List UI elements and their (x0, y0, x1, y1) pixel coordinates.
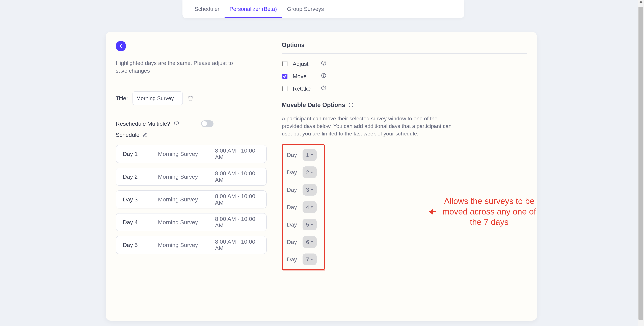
option-retake-help[interactable] (321, 85, 326, 92)
chevron-down-icon (311, 154, 313, 156)
tab-personalizer[interactable]: Personalizer (Beta) (224, 0, 282, 18)
help-icon (174, 120, 179, 126)
day-label: Day (287, 204, 298, 210)
tabs-bar: Scheduler Personalizer (Beta) Group Surv… (182, 0, 464, 18)
tab-label: Group Surveys (287, 6, 324, 12)
annotation-text: Allows the surveys to be moved across an… (442, 196, 537, 227)
options-divider (282, 53, 527, 54)
option-move-row: Move (282, 70, 527, 82)
movable-day-option-row: Day 4 (287, 201, 319, 213)
title-label: Title: (116, 95, 128, 102)
movable-options-heading: Movable Date Options (282, 101, 345, 109)
svg-point-3 (323, 64, 324, 64)
day-select[interactable]: 1 (302, 149, 317, 161)
right-column: Options Adjust Move (282, 41, 527, 312)
plus-circle-icon (348, 102, 354, 108)
tab-label: Personalizer (Beta) (230, 6, 277, 12)
reschedule-toggle[interactable] (201, 120, 214, 127)
movable-options-heading-row: Movable Date Options (282, 101, 527, 109)
day-select-value: 7 (306, 256, 309, 263)
back-button[interactable] (116, 41, 126, 51)
trash-icon (188, 95, 194, 101)
tab-scheduler[interactable]: Scheduler (190, 0, 224, 18)
option-retake-row: Retake (282, 82, 527, 95)
day-label: Day (287, 186, 298, 193)
annotation-arrow (429, 211, 436, 212)
option-adjust-help[interactable] (321, 60, 326, 67)
day-select[interactable]: 4 (302, 201, 317, 213)
svg-point-5 (323, 77, 324, 77)
personalizer-panel: Highlighted days are the same. Please ad… (106, 32, 537, 321)
schedule-row-item[interactable]: Day 1 Morning Survey 8:00 AM - 10:00 AM (116, 145, 267, 163)
svg-point-1 (176, 124, 176, 124)
edit-icon (142, 132, 148, 138)
schedule-time: 8:00 AM - 10:00 AM (215, 216, 260, 229)
day-select-value: 6 (306, 239, 309, 245)
schedule-day-label: Day 1 (123, 151, 148, 157)
movable-day-option-row: Day 6 (287, 236, 319, 248)
day-select[interactable]: 5 (302, 219, 317, 230)
option-move-label: Move (293, 73, 316, 80)
schedule-row-item[interactable]: Day 5 Morning Survey 8:00 AM - 10:00 AM (116, 236, 267, 254)
option-move-checkbox[interactable] (282, 74, 288, 79)
add-movable-day-button[interactable] (348, 102, 354, 108)
schedule-time: 8:00 AM - 10:00 AM (215, 193, 260, 206)
day-select-value: 4 (306, 204, 309, 210)
schedule-row-item[interactable]: Day 2 Morning Survey 8:00 AM - 10:00 AM (116, 167, 267, 186)
chevron-down-icon (311, 189, 313, 190)
day-label: Day (287, 239, 298, 245)
warning-message: Highlighted days are the same. Please ad… (116, 59, 233, 75)
movable-options-description: A participant can move their selected su… (282, 115, 453, 137)
day-select[interactable]: 3 (302, 184, 317, 195)
title-row: Title: (116, 91, 267, 105)
schedule-time: 8:00 AM - 10:00 AM (215, 147, 260, 161)
day-select[interactable]: 2 (302, 166, 317, 178)
day-select[interactable]: 7 (302, 254, 317, 265)
schedule-name: Morning Survey (158, 151, 205, 157)
day-label: Day (287, 221, 298, 228)
svg-point-7 (323, 89, 324, 89)
delete-button[interactable] (188, 95, 194, 101)
schedule-list: Day 1 Morning Survey 8:00 AM - 10:00 AM … (116, 145, 267, 254)
movable-day-option-list: Day 1 Day 2 Day (282, 144, 325, 270)
schedule-day-label: Day 3 (123, 196, 148, 203)
chevron-down-icon (311, 224, 313, 225)
schedule-name: Morning Survey (158, 196, 205, 203)
schedule-row-item[interactable]: Day 4 Morning Survey 8:00 AM - 10:00 AM (116, 213, 267, 231)
chevron-down-icon (311, 241, 313, 243)
option-adjust-checkbox[interactable] (282, 61, 288, 66)
reschedule-label: Reschedule Multiple? (116, 121, 170, 127)
chevron-down-icon (311, 259, 313, 260)
edit-schedule-button[interactable] (142, 132, 148, 138)
day-select-value: 1 (306, 152, 309, 158)
schedule-day-label: Day 2 (123, 173, 148, 180)
schedule-row-item[interactable]: Day 3 Morning Survey 8:00 AM - 10:00 AM (116, 190, 267, 208)
schedule-time: 8:00 AM - 10:00 AM (215, 238, 260, 252)
annotation-callout: Allows the surveys to be moved across an… (429, 196, 537, 227)
day-select[interactable]: 6 (302, 236, 317, 248)
options-heading: Options (282, 41, 527, 49)
option-adjust-row: Adjust (282, 58, 527, 70)
tab-group-surveys[interactable]: Group Surveys (282, 0, 329, 18)
scrollbar-thumb[interactable] (638, 7, 643, 320)
schedule-time: 8:00 AM - 10:00 AM (215, 170, 260, 183)
title-input[interactable] (132, 91, 183, 105)
help-icon (321, 85, 326, 91)
movable-day-option-row: Day 2 (287, 166, 319, 178)
day-select-value: 2 (306, 169, 309, 176)
arrow-left-icon (118, 43, 124, 49)
schedule-name: Morning Survey (158, 242, 205, 248)
day-select-value: 5 (306, 221, 309, 228)
vertical-scrollbar[interactable] (638, 0, 644, 326)
day-label: Day (287, 169, 298, 176)
movable-day-option-row: Day 5 (287, 219, 319, 230)
schedule-name: Morning Survey (158, 173, 205, 180)
schedule-label: Schedule (116, 132, 140, 138)
help-icon (321, 73, 326, 78)
option-move-help[interactable] (321, 73, 326, 80)
reschedule-help[interactable] (174, 120, 179, 127)
option-retake-checkbox[interactable] (282, 86, 288, 91)
left-column: Highlighted days are the same. Please ad… (116, 41, 267, 312)
movable-day-option-row: Day 1 (287, 149, 319, 161)
day-label: Day (287, 256, 298, 263)
